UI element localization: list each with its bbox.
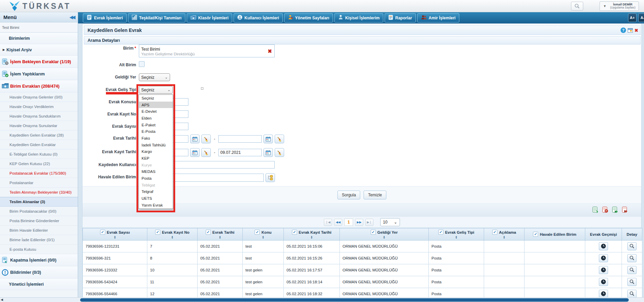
nav-tab-6[interactable]: Kişisel İşlemlerim: [334, 13, 383, 22]
sidebar-item[interactable]: Birim Postalanacaklar (0/0): [0, 207, 78, 216]
sidebar-item[interactable]: Postalanacak Evraklar (175/380): [0, 168, 78, 178]
clear-date-broom-icon[interactable]: [201, 135, 211, 143]
horizontal-scrollbar[interactable]: ◀: [0, 297, 644, 302]
birim-field[interactable]: Test Birimi Yazılım Geliştirme Direktörl…: [139, 45, 275, 57]
dropdown-option[interactable]: UETS: [139, 195, 173, 202]
next-page-button[interactable]: ▶▶: [355, 219, 363, 226]
sidebar-collapse-icon[interactable]: ◀◀: [70, 15, 74, 20]
org-tree-picker-icon[interactable]: [265, 173, 275, 182]
first-page-button[interactable]: ❘◀: [324, 219, 332, 226]
scrollbar-thumb[interactable]: [80, 298, 629, 302]
nav-tab-5[interactable]: Yönetim Sayfaları: [284, 13, 333, 22]
sidebar-item[interactable]: Kaydedilen Gelen Evraklar (28): [0, 130, 78, 140]
sidebar-item[interactable]: Postalananlar: [0, 178, 78, 188]
column-checkbox[interactable]: ✓: [292, 230, 297, 235]
nav-tab-7[interactable]: Raporlar: [385, 13, 416, 22]
column-header[interactable]: ✓Evrak Kayıt No▲▼: [147, 228, 198, 241]
calendar-icon[interactable]: [263, 135, 273, 143]
sidebar-item[interactable]: Birime İade Edilenler (0/1): [0, 235, 78, 245]
help-icon[interactable]: ?: [621, 28, 626, 33]
column-checkbox[interactable]: ✓: [255, 230, 260, 235]
dropdown-option[interactable]: Posta: [139, 175, 173, 182]
clear-date-broom-icon[interactable]: [275, 135, 284, 143]
sidebar-item[interactable]: Yönetici İşlemleri: [0, 279, 78, 290]
sidebar-item[interactable]: Havale Onayına Sunduklarım: [0, 111, 78, 121]
dropdown-option[interactable]: E-Paket: [139, 122, 173, 128]
column-header[interactable]: ✓Konu▲▼: [243, 228, 284, 241]
page-size-select[interactable]: 10⌄: [380, 218, 400, 226]
sort-icon[interactable]: ▲▼: [244, 235, 282, 239]
column-checkbox[interactable]: ✓: [371, 230, 376, 235]
sidebar-item[interactable]: Birim Havale Edilenler: [0, 226, 78, 235]
column-checkbox[interactable]: ✓: [438, 230, 443, 235]
history-button[interactable]: [599, 290, 608, 298]
sidebar-item[interactable]: ▶Kişisel Arşiv: [0, 44, 78, 56]
detail-button[interactable]: [627, 278, 637, 286]
sidebar-item[interactable]: Havale Onayına Gelenler (0/0): [0, 92, 78, 102]
sidebar-item[interactable]: Havale Onayı Verdiklerim: [0, 102, 78, 111]
evrak-gelis-tipi-select[interactable]: Seçiniz⌄: [139, 86, 173, 94]
column-checkbox[interactable]: ✓: [533, 232, 538, 237]
sidebar-item[interactable]: Birim Evrakları (208/474): [0, 80, 78, 92]
dropdown-option[interactable]: MEDAS: [139, 168, 173, 175]
sort-icon[interactable]: ▲▼: [485, 235, 523, 239]
column-header[interactable]: ✓Evrak Kayıt Tarihi▲▼: [284, 228, 340, 241]
pdf-export-icon[interactable]: P: [602, 206, 609, 215]
close-page-icon[interactable]: ✖: [634, 28, 638, 33]
sidebar-item[interactable]: Bildirimler (0/3): [0, 266, 78, 279]
user-menu[interactable]: ▼ İsmail DEMİR (Uygulama Sayfası): [600, 1, 639, 11]
scroll-left-icon[interactable]: ◀: [1, 298, 3, 301]
dropdown-option[interactable]: E-Posta: [139, 128, 173, 135]
global-search-button[interactable]: [571, 2, 583, 11]
birim-clear-icon[interactable]: ✖: [268, 48, 272, 54]
history-button[interactable]: [599, 278, 608, 286]
nav-tab-4[interactable]: Kullanıcı İşlemleri: [234, 13, 283, 22]
dropdown-option[interactable]: Kargo: [139, 148, 173, 155]
sort-icon[interactable]: ▲▼: [148, 235, 196, 239]
sidebar-item[interactable]: Havale Onayına Sunulanlar: [0, 121, 78, 130]
calendar-icon[interactable]: [190, 148, 200, 157]
clear-date-broom-icon[interactable]: [275, 148, 284, 157]
column-checkbox[interactable]: ✓: [206, 230, 211, 235]
page-shortcut-icon[interactable]: [628, 28, 633, 33]
table-row[interactable]: 79936596-1233321005.02.2021test gelen05.…: [83, 264, 642, 276]
alt-birim-checkbox[interactable]: [139, 61, 145, 67]
column-header[interactable]: ✓Evrak Sayısı▲▼: [83, 228, 147, 241]
last-page-button[interactable]: ▶❘: [365, 219, 373, 226]
detail-button[interactable]: [627, 290, 637, 298]
nav-tab-2[interactable]: Teşkilat/Kişi Tanımları: [128, 13, 185, 22]
query-button[interactable]: Sorgula: [337, 191, 360, 199]
column-header[interactable]: ✓Evrak Geliş Tipi▲▼: [429, 228, 484, 241]
column-header[interactable]: ✓Evrak Tarihi▲▼: [198, 228, 243, 241]
sidebar-item[interactable]: Teslim Alınmayı Bekleyenler (33/40): [0, 188, 78, 197]
calendar-icon[interactable]: [190, 135, 200, 143]
clear-button[interactable]: Temizle: [364, 191, 386, 199]
column-checkbox[interactable]: ✓: [155, 230, 160, 235]
sidebar-item[interactable]: KEP Gelen Kutusu (22): [0, 159, 78, 168]
excel-export-icon[interactable]: [592, 206, 599, 215]
sort-icon[interactable]: ▲▼: [341, 235, 427, 239]
pdf-export-all-icon[interactable]: [621, 206, 628, 215]
dropdown-option[interactable]: Iadeli Tahhülü: [139, 142, 173, 148]
sidebar-item[interactable]: İşlem Bekleyen Evraklar (1/19): [0, 56, 78, 68]
sort-icon[interactable]: ▲▼: [84, 235, 146, 239]
evrak-kayit-tarihi-to-input[interactable]: [218, 149, 262, 156]
sort-icon[interactable]: ▲▼: [285, 235, 338, 239]
dropdown-option[interactable]: KEP: [139, 155, 173, 162]
calendar-icon[interactable]: [263, 148, 273, 157]
table-row[interactable]: 79936596-5434241105.02.2021test gelen05.…: [83, 276, 642, 288]
sort-icon[interactable]: ▲▼: [430, 235, 483, 239]
sidebar-item[interactable]: İşlem Yaptıklarım: [0, 68, 78, 80]
detail-button[interactable]: [627, 254, 637, 262]
font-increase-button[interactable]: A+: [628, 13, 637, 22]
column-checkbox[interactable]: ✓: [492, 230, 497, 235]
sidebar-item[interactable]: E-posta Kutusu: [0, 245, 78, 254]
sidebar-item[interactable]: Teslim Alınanlar (3): [0, 197, 78, 207]
geldigi-yer-select[interactable]: Seçiniz⌄: [139, 73, 170, 81]
column-header[interactable]: ✓Geldiği Yer▲▼: [340, 228, 429, 241]
dropdown-option[interactable]: Seçiniz: [139, 95, 173, 102]
excel-export-all-icon[interactable]: [611, 206, 619, 215]
table-row[interactable]: 79936596-1231231705.02.2021test05.02.202…: [83, 241, 642, 252]
history-button[interactable]: [599, 254, 608, 262]
evrak-tarihi-to-input[interactable]: [218, 135, 262, 143]
